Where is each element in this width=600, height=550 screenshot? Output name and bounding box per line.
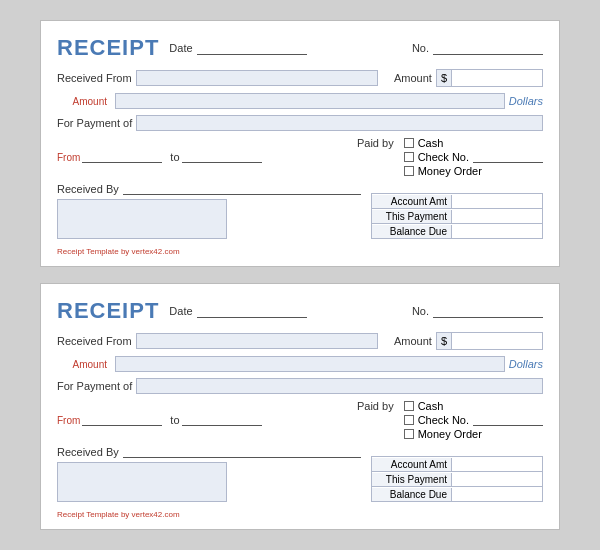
receipt-2-from-field (82, 414, 162, 426)
cash-checkbox[interactable] (404, 138, 414, 148)
receipt-2-amount-dollars-row: Amount Dollars (57, 356, 543, 372)
receipt-2-money-order-checkbox[interactable] (404, 429, 414, 439)
account-amt-row: Account Amt (372, 194, 542, 209)
receipt-2-received-by-underline (123, 446, 361, 458)
receipt-title: RECEIPT (57, 35, 159, 61)
amount-row-label: Amount (57, 96, 107, 107)
check-option: Check No. (404, 151, 543, 163)
receipt-2-dollar-sign: $ (437, 333, 452, 349)
balance-due-label: Balance Due (372, 225, 452, 238)
this-payment-row: This Payment (372, 209, 542, 224)
receipt-2-cash-label: Cash (418, 400, 444, 412)
dollar-sign: $ (437, 70, 452, 86)
received-by-label-row: Received By (57, 183, 361, 195)
receipt-2-check-no-field (473, 414, 543, 426)
this-payment-label: This Payment (372, 210, 452, 223)
receipt-2-date-input[interactable] (197, 305, 307, 318)
no-input[interactable] (433, 42, 543, 55)
receipt-2-received-from-label: Received From (57, 335, 132, 347)
date-label: Date (169, 42, 192, 54)
header-left: RECEIPT Date (57, 35, 307, 61)
money-order-label: Money Order (418, 165, 482, 177)
receipt-2-balance-due-row: Balance Due (372, 487, 542, 501)
received-by-block: Received By (57, 183, 361, 239)
receipt-2-received-by-label: Received By (57, 446, 119, 458)
receipt-2-cash-checkbox[interactable] (404, 401, 414, 411)
receipt-2-dollars-label: Dollars (509, 358, 543, 370)
receipt-2-amount-text-field (115, 356, 505, 372)
receipt-2-check-checkbox[interactable] (404, 415, 414, 425)
received-from-row: Received From Amount $ (57, 69, 543, 87)
from-label: From (57, 152, 80, 163)
receipt-2-money-order-option: Money Order (404, 428, 543, 440)
receipt-2-received-by-block: Received By (57, 446, 361, 502)
date-input[interactable] (197, 42, 307, 55)
received-from-field (136, 70, 378, 86)
receipt-2-title: RECEIPT (57, 298, 159, 324)
receipt-2-paid-by-label: Paid by (357, 400, 394, 412)
header-right: No. (412, 42, 543, 55)
receipt-2-check-no-label: Check No. (418, 414, 469, 426)
payment-options: Cash Check No. Money Order (404, 137, 543, 177)
balance-due-row: Balance Due (372, 224, 542, 238)
received-by-box (57, 199, 227, 239)
to-field (182, 151, 262, 163)
receipt-2-no-input[interactable] (433, 305, 543, 318)
paid-by-section: Paid by Cash Check No. Money Order (357, 137, 543, 177)
receipt-2-this-payment-label: This Payment (372, 473, 452, 486)
receipt-2-amount-input[interactable] (452, 335, 542, 347)
receipt-2-payment-options: Cash Check No. Money Order (404, 400, 543, 440)
receipt-2-received-from-field (136, 333, 378, 349)
receipt-2-amount-row-label: Amount (57, 359, 107, 370)
check-no-label: Check No. (418, 151, 469, 163)
amount-label: Amount (394, 72, 432, 84)
receipt-2-received-from-row: Received From Amount $ (57, 332, 543, 350)
received-by-label: Received By (57, 183, 119, 195)
amount-dollars-row: Amount Dollars (57, 93, 543, 109)
summary-table-wrapper: Account Amt This Payment Balance Due (371, 193, 543, 239)
bottom-section: Received By Account Amt This Payment Bal… (57, 183, 543, 239)
check-no-field (473, 151, 543, 163)
receipt-2-balance-due-value (452, 487, 542, 501)
account-amt-value (452, 194, 542, 208)
money-order-checkbox[interactable] (404, 166, 414, 176)
amount-box: $ (436, 69, 543, 87)
receipt-2-amount-label: Amount (394, 335, 432, 347)
account-amt-label: Account Amt (372, 195, 452, 208)
receipt-1: RECEIPT Date No. Received From Amount $ … (40, 20, 560, 267)
cash-label: Cash (418, 137, 444, 149)
this-payment-value (452, 209, 542, 223)
money-order-option: Money Order (404, 165, 543, 177)
no-label: No. (412, 42, 429, 54)
receipt-2-date-label: Date (169, 305, 192, 317)
summary-table: Account Amt This Payment Balance Due (371, 193, 543, 239)
amount-input[interactable] (452, 72, 542, 84)
receipt-2-check-option: Check No. (404, 414, 543, 426)
to-label: to (170, 151, 179, 163)
check-checkbox[interactable] (404, 152, 414, 162)
dollars-label: Dollars (509, 95, 543, 107)
receipt-2-balance-due-label: Balance Due (372, 488, 452, 501)
receipt-2-to-field (182, 414, 262, 426)
receipt-2-no-label: No. (412, 305, 429, 317)
receipt-2-bottom-section: Received By Account Amt This Payment Bal… (57, 446, 543, 502)
receipt-2-paid-by-section: Paid by Cash Check No. Money Order (357, 400, 543, 440)
for-payment-field (136, 115, 543, 131)
receipt-2-money-order-label: Money Order (418, 428, 482, 440)
receipt-2-header-right: No. (412, 305, 543, 318)
receipt-2-to-label: to (170, 414, 179, 426)
receipt-2-summary-table: Account Amt This Payment Balance Due (371, 456, 543, 502)
cash-option: Cash (404, 137, 543, 149)
from-to-section: From to (57, 151, 270, 163)
receipt-2-this-payment-value (452, 472, 542, 486)
receipt-2-header: RECEIPT Date No. (57, 298, 543, 324)
amount-text-field (115, 93, 505, 109)
receipt-2-amount-box: $ (436, 332, 543, 350)
received-by-underline (123, 183, 361, 195)
receipt-2-header-left: RECEIPT Date (57, 298, 307, 324)
receipt-2-for-payment-row: For Payment of (57, 378, 543, 394)
receipt-2-account-amt-label: Account Amt (372, 458, 452, 471)
receipt-2-received-by-label-row: Received By (57, 446, 361, 458)
receipt-2-account-amt-value (452, 457, 542, 471)
receipt-2-cash-option: Cash (404, 400, 543, 412)
